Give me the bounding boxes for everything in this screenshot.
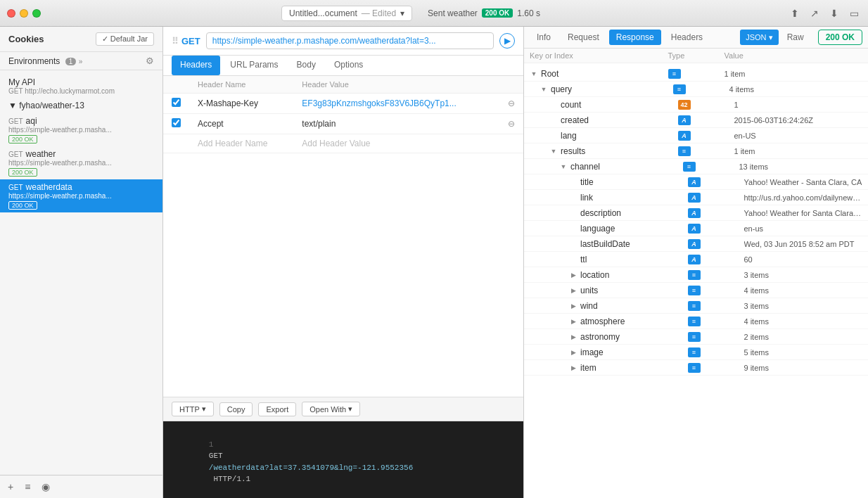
tree-row[interactable]: ▶ units ≡ 4 items bbox=[524, 283, 868, 298]
api-url: GET http://echo.luckymarmot.com bbox=[8, 87, 154, 95]
header-value-mashape[interactable]: EF3g83pKnzmshgoksF83V6JB6QyTp1... bbox=[293, 94, 499, 114]
tree-toggle-icon[interactable]: ▼ bbox=[540, 85, 548, 94]
aqi-name: aqi bbox=[26, 116, 37, 126]
tab-response[interactable]: Response bbox=[609, 30, 661, 45]
record-button[interactable]: ◉ bbox=[38, 480, 53, 494]
tree-toggle-icon[interactable]: ▼ bbox=[549, 147, 558, 155]
tab-headers-res[interactable]: Headers bbox=[664, 30, 710, 45]
tree-row[interactable]: ttl A 60 bbox=[524, 252, 868, 267]
tree-row[interactable]: language A en-us bbox=[524, 221, 868, 236]
download-icon[interactable]: ⬇ bbox=[827, 6, 841, 20]
header-enabled-accept[interactable] bbox=[172, 118, 181, 127]
header-value-accept[interactable]: text/plain bbox=[293, 114, 499, 134]
aqi-url: https://simple-weather.p.masha... bbox=[8, 126, 154, 134]
tree-row[interactable]: lastBuildDate A Wed, 03 Jun 2015 8:52 am… bbox=[524, 236, 868, 252]
tree-header: Key or Index Type Value bbox=[524, 49, 868, 63]
maximize-button[interactable] bbox=[32, 9, 41, 18]
tree-toggle-icon[interactable]: ▶ bbox=[569, 271, 577, 279]
tree-toggle-icon[interactable]: ▶ bbox=[569, 364, 577, 372]
sidebar-item-myapi[interactable]: My API GET http://echo.luckymarmot.com bbox=[0, 75, 162, 98]
share-icon[interactable]: ↗ bbox=[808, 6, 822, 20]
add-header-value-placeholder[interactable]: Add Header Value bbox=[293, 134, 499, 153]
tree-row[interactable]: ▶ wind ≡ 3 items bbox=[524, 298, 868, 314]
tree-row[interactable]: title A Yahoo! Weather - Santa Clara, CA bbox=[524, 174, 868, 190]
tree-row[interactable]: ▼ query ≡ 4 items bbox=[524, 82, 868, 97]
tree-row[interactable]: lang A en-US bbox=[524, 128, 868, 143]
tab-headers[interactable]: Headers bbox=[172, 56, 220, 75]
tree-row[interactable]: created A 2015-06-03T16:24:26Z bbox=[524, 113, 868, 128]
tree-row[interactable]: ▶ location ≡ 3 items bbox=[524, 267, 868, 283]
tree-key: ▶ units bbox=[530, 286, 688, 295]
edited-badge: — Edited bbox=[362, 8, 396, 18]
tree-row[interactable]: ▶ item ≡ 9 items bbox=[524, 360, 868, 376]
tree-row[interactable]: ▶ atmosphere ≡ 4 items bbox=[524, 314, 868, 329]
tree-toggle-icon[interactable]: ▶ bbox=[569, 286, 577, 295]
tree-toggle-icon bbox=[569, 193, 577, 202]
header-name-mashape[interactable]: X-Mashape-Key bbox=[189, 94, 293, 114]
header-name-accept[interactable]: Accept bbox=[189, 114, 293, 134]
tab-options[interactable]: Options bbox=[326, 56, 371, 75]
add-request-button[interactable]: + bbox=[4, 480, 17, 494]
list-view-button[interactable]: ≡ bbox=[21, 480, 34, 494]
method-label: GET bbox=[181, 36, 200, 46]
weatherdata-name: weatherdata bbox=[26, 182, 72, 192]
tree-val: 1 bbox=[734, 101, 863, 109]
sidebar-item-aqi[interactable]: GETaqi https://simple-weather.p.masha...… bbox=[0, 113, 162, 146]
header-enabled-mashape[interactable] bbox=[172, 98, 181, 107]
bottom-bar: HTTP ▾ Copy Export Open With ▾ bbox=[163, 397, 523, 421]
tree-row[interactable]: ▼ results ≡ 1 item bbox=[524, 143, 868, 159]
remove-header-mashape[interactable]: ⊖ bbox=[499, 94, 523, 114]
tree-row[interactable]: description A Yahoo! Weather for Santa C… bbox=[524, 205, 868, 221]
sidebar-item-weatherdata[interactable]: GETweatherdata https://simple-weather.p.… bbox=[0, 179, 162, 212]
copy-button[interactable]: Copy bbox=[219, 402, 253, 416]
tree-key: title bbox=[530, 177, 688, 187]
tab-url-params[interactable]: URL Params bbox=[222, 56, 286, 75]
tab-request[interactable]: Request bbox=[561, 30, 606, 45]
tree-toggle-icon[interactable]: ▶ bbox=[569, 333, 577, 341]
type-badge: A bbox=[688, 177, 701, 187]
default-jar-button[interactable]: ✓ Default Jar bbox=[96, 32, 154, 46]
tree-type: A bbox=[688, 255, 744, 264]
tree-key-label: wind bbox=[580, 301, 598, 311]
tree-row[interactable]: ▶ astronomy ≡ 2 items bbox=[524, 329, 868, 345]
tab-body[interactable]: Body bbox=[288, 56, 324, 75]
tree-row[interactable]: ▼ Root ≡ 1 item bbox=[524, 66, 868, 82]
tree-type: A bbox=[678, 115, 734, 125]
tree-type: ≡ bbox=[688, 317, 744, 326]
tab-raw[interactable]: Raw bbox=[781, 30, 810, 45]
tree-toggle-icon[interactable]: ▶ bbox=[569, 348, 577, 357]
tree-key: ▶ image bbox=[530, 347, 688, 357]
send-button[interactable]: ▶ bbox=[499, 33, 515, 49]
tree-row[interactable]: ▼ channel ≡ 13 items bbox=[524, 159, 868, 174]
tree-toggle-icon bbox=[569, 209, 577, 217]
minimize-button[interactable] bbox=[20, 9, 28, 18]
open-with-button[interactable]: Open With ▾ bbox=[302, 402, 360, 416]
export-button[interactable]: Export bbox=[258, 402, 296, 416]
col-enabled bbox=[163, 76, 189, 94]
tree-toggle-icon[interactable]: ▼ bbox=[530, 70, 538, 78]
sidebar-icon[interactable]: ▭ bbox=[847, 6, 861, 20]
tree-row[interactable]: ▶ image ≡ 5 items bbox=[524, 345, 868, 360]
tree-row[interactable]: link A http://us.rd.yahoo.com/dailynews/… bbox=[524, 190, 868, 205]
http-button[interactable]: HTTP ▾ bbox=[172, 402, 214, 416]
tab-info[interactable]: Info bbox=[530, 30, 558, 45]
gear-icon[interactable]: ⚙ bbox=[146, 56, 154, 66]
tree-type: ≡ bbox=[688, 363, 744, 373]
environments-label: Environments bbox=[8, 56, 60, 66]
tree-key: description bbox=[530, 208, 688, 218]
close-button[interactable] bbox=[7, 9, 15, 18]
json-format-button[interactable]: JSON ▾ bbox=[740, 30, 778, 45]
url-input[interactable] bbox=[206, 32, 494, 49]
export-icon[interactable]: ⬆ bbox=[788, 6, 802, 20]
tree-row[interactable]: count 42 1 bbox=[524, 97, 868, 113]
tree-toggle-icon[interactable]: ▶ bbox=[569, 302, 577, 310]
sidebar-group-header[interactable]: ▼ fyhao/weather-13 bbox=[0, 98, 162, 113]
tree-toggle-icon[interactable]: ▼ bbox=[559, 162, 568, 171]
add-header-name-placeholder[interactable]: Add Header Name bbox=[189, 134, 293, 153]
type-badge: ≡ bbox=[688, 363, 701, 373]
weatherdata-url: https://simple-weather.p.masha... bbox=[8, 192, 154, 200]
sidebar-item-weather[interactable]: GETweather https://simple-weather.p.mash… bbox=[0, 146, 162, 179]
document-tab[interactable]: Untitled...ocument — Edited ▾ bbox=[281, 6, 412, 21]
tree-toggle-icon[interactable]: ▶ bbox=[569, 317, 577, 326]
remove-header-accept[interactable]: ⊖ bbox=[499, 114, 523, 134]
